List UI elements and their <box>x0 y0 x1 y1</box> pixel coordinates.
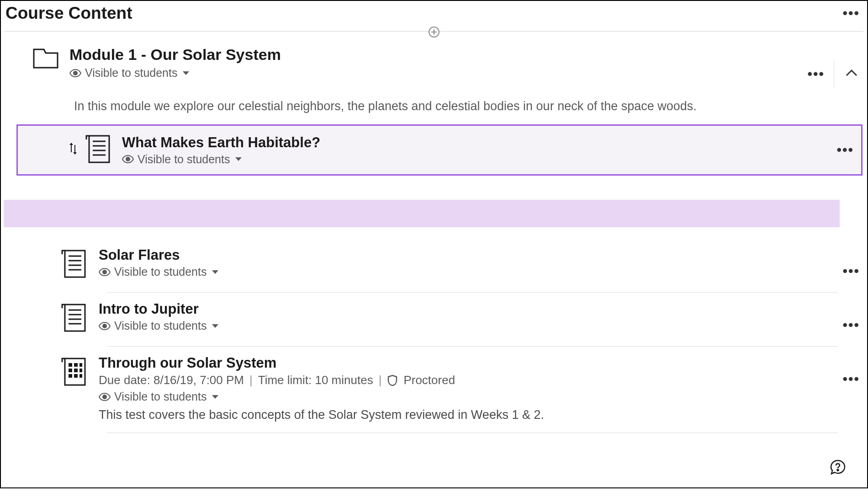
svg-rect-1 <box>71 145 72 152</box>
module-visibility-dropdown[interactable]: Visible to students <box>69 66 807 80</box>
dragged-content-item[interactable]: What Makes Earth Habitable? Visible to s… <box>16 124 863 176</box>
document-icon <box>60 248 89 282</box>
eye-icon <box>99 393 111 401</box>
test-icon <box>60 356 89 390</box>
content-item[interactable]: Intro to Jupiter Visible to students ••• <box>1 293 867 347</box>
page-more-icon[interactable]: ••• <box>842 5 860 21</box>
svg-rect-27 <box>79 369 82 372</box>
item-description: This test covers the basic concepts of t… <box>99 408 842 422</box>
svg-rect-28 <box>69 374 72 378</box>
caret-down-icon <box>212 270 218 274</box>
item-title: Through our Solar System <box>99 355 842 371</box>
svg-point-0 <box>74 71 77 75</box>
svg-point-14 <box>103 270 106 274</box>
visibility-label: Visible to students <box>114 265 206 278</box>
item-more-icon[interactable]: ••• <box>842 263 860 279</box>
eye-icon <box>122 155 134 163</box>
visibility-label: Visible to students <box>85 66 177 80</box>
content-item[interactable]: Through our Solar System Due date: 8/16/… <box>1 347 867 433</box>
svg-rect-30 <box>79 374 82 378</box>
svg-rect-24 <box>79 363 82 367</box>
item-title: Solar Flares <box>99 247 842 263</box>
item-title: What Makes Earth Habitable? <box>122 134 836 151</box>
item-visibility-dropdown[interactable]: Visible to students <box>99 265 842 278</box>
module-header: Module 1 - Our Solar System Visible to s… <box>1 37 867 92</box>
content-item[interactable]: Solar Flares Visible to students ••• <box>1 239 867 293</box>
item-more-icon[interactable]: ••• <box>836 142 854 158</box>
eye-icon <box>99 268 111 276</box>
separator <box>834 59 834 89</box>
svg-rect-22 <box>69 363 72 367</box>
page-title: Course Content <box>5 4 132 23</box>
drop-zone-indicator <box>4 200 840 227</box>
caret-down-icon <box>212 324 218 328</box>
item-visibility-dropdown[interactable]: Visible to students <box>99 319 842 332</box>
caret-down-icon <box>235 157 242 161</box>
item-visibility-dropdown[interactable]: Visible to students <box>99 390 842 403</box>
item-more-icon[interactable]: ••• <box>842 371 860 387</box>
svg-point-32 <box>837 470 839 471</box>
visibility-label: Visible to students <box>138 153 230 166</box>
due-date: Due date: 8/16/19, 7:00 PM <box>99 373 244 387</box>
module-more-icon[interactable]: ••• <box>807 66 825 82</box>
svg-rect-26 <box>74 369 78 372</box>
svg-rect-9 <box>65 251 85 277</box>
svg-rect-23 <box>74 363 78 367</box>
module-description: In this module we explore our celestial … <box>1 92 867 115</box>
caret-down-icon <box>212 395 218 399</box>
add-content-button[interactable] <box>429 27 439 37</box>
visibility-label: Visible to students <box>114 319 206 332</box>
svg-point-31 <box>103 395 106 399</box>
item-meta: Due date: 8/16/19, 7:00 PM | Time limit:… <box>99 373 842 387</box>
item-more-icon[interactable]: ••• <box>842 317 860 333</box>
svg-point-8 <box>126 157 130 161</box>
time-limit: Time limit: 10 minutes <box>258 373 373 387</box>
svg-point-20 <box>103 324 106 328</box>
help-icon[interactable] <box>830 459 846 477</box>
eye-icon <box>99 322 111 330</box>
document-icon <box>85 133 113 167</box>
document-icon <box>60 302 89 336</box>
collapse-module-button[interactable] <box>843 67 860 81</box>
visibility-label: Visible to students <box>114 390 206 403</box>
svg-rect-25 <box>69 369 72 372</box>
caret-down-icon <box>183 71 189 75</box>
drag-handle-icon[interactable] <box>68 143 78 157</box>
folder-icon <box>33 48 58 71</box>
svg-rect-29 <box>74 374 78 378</box>
eye-icon <box>69 69 81 77</box>
item-visibility-dropdown[interactable]: Visible to students <box>122 153 836 166</box>
svg-rect-2 <box>74 145 75 152</box>
proctored-label: Proctored <box>403 373 455 387</box>
module-title[interactable]: Module 1 - Our Solar System <box>69 46 807 64</box>
svg-rect-3 <box>89 136 109 162</box>
svg-rect-15 <box>65 305 85 331</box>
item-title: Intro to Jupiter <box>99 301 842 317</box>
shield-icon <box>387 375 398 386</box>
